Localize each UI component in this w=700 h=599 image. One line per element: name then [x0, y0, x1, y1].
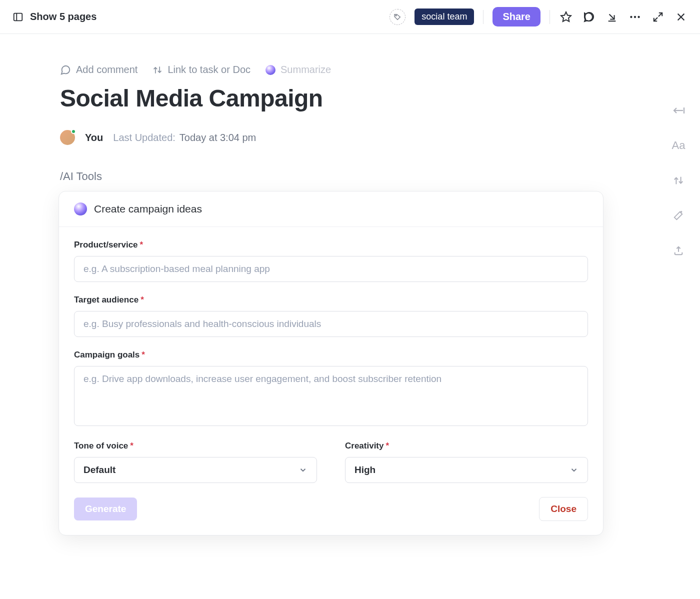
team-badge[interactable]: social team: [414, 8, 474, 25]
close-modal-button[interactable]: Close: [539, 497, 588, 521]
close-button[interactable]: [674, 10, 688, 24]
product-input[interactable]: [74, 256, 588, 282]
comment-icon: [583, 11, 595, 23]
share-button[interactable]: Share: [492, 7, 540, 26]
tone-select[interactable]: Default: [74, 457, 317, 483]
modal-header: Create campaign ideas: [59, 192, 603, 227]
chevron-down-icon: [298, 466, 308, 474]
page-title: Social Media Campaign: [60, 84, 590, 112]
modal-title: Create campaign ideas: [94, 203, 202, 215]
upload-icon[interactable]: [672, 244, 685, 257]
creativity-label-text: Creativity: [345, 441, 384, 451]
goals-label: Campaign goals *: [74, 350, 588, 360]
ellipsis-icon: [628, 10, 642, 24]
svg-point-7: [634, 16, 636, 18]
product-label: Product/service *: [74, 240, 588, 250]
svg-marker-3: [561, 12, 571, 22]
meta-row: You Last Updated: Today at 3:04 pm: [60, 130, 590, 145]
download-button[interactable]: [605, 10, 619, 24]
panel-toggle-icon[interactable]: [12, 11, 24, 23]
ai-modal: Create campaign ideas Product/service * …: [58, 191, 604, 536]
divider: [483, 10, 484, 24]
topbar-left: Show 5 pages: [12, 11, 96, 23]
actions-row: Add comment Link to task or Doc Summariz…: [60, 64, 590, 76]
svg-rect-0: [14, 13, 22, 20]
svg-line-10: [654, 17, 658, 20]
required-star: *: [130, 441, 134, 451]
modal-footer: Generate Close: [59, 497, 603, 535]
favorite-button[interactable]: [559, 10, 573, 24]
required-star: *: [140, 295, 144, 305]
divider: [550, 10, 550, 24]
comment-icon: [60, 64, 71, 76]
typography-icon[interactable]: Aa: [672, 139, 685, 152]
audience-label-text: Target audience: [74, 295, 138, 305]
audience-label: Target audience *: [74, 295, 588, 305]
content: Aa Add comment Link to task or Doc Summa…: [0, 34, 590, 536]
svg-point-6: [630, 16, 632, 18]
ai-orb-icon: [266, 65, 276, 75]
creativity-value: High: [354, 464, 376, 476]
link-task-label: Link to task or Doc: [168, 64, 250, 76]
comments-button[interactable]: [582, 10, 596, 24]
right-rail: Aa: [672, 104, 685, 257]
dedent-icon[interactable]: [672, 104, 685, 117]
audience-input[interactable]: [74, 311, 588, 337]
add-comment-action[interactable]: Add comment: [60, 64, 138, 76]
modal-body: Product/service * Target audience * Camp…: [59, 227, 603, 497]
select-row: Tone of voice * Default Creativity * Hig…: [74, 441, 588, 483]
more-button[interactable]: [628, 10, 642, 24]
link-icon: [152, 65, 162, 75]
topbar: Show 5 pages social team Share: [0, 0, 700, 34]
expand-icon: [652, 12, 664, 22]
add-comment-label: Add comment: [76, 64, 138, 76]
presence-indicator: [71, 129, 76, 134]
creativity-label: Creativity *: [345, 441, 588, 451]
tag-button[interactable]: [390, 9, 406, 25]
close-icon: [676, 12, 686, 22]
svg-line-9: [658, 12, 662, 16]
tone-field: Tone of voice * Default: [74, 441, 317, 483]
tone-value: Default: [84, 464, 116, 476]
updated-label: Last Updated:: [113, 132, 176, 144]
svg-line-4: [610, 14, 614, 19]
product-field: Product/service *: [74, 240, 588, 282]
audience-field: Target audience *: [74, 295, 588, 337]
ai-orb-icon: [74, 202, 87, 216]
svg-point-2: [396, 15, 396, 16]
creativity-select[interactable]: High: [345, 457, 588, 483]
goals-field: Campaign goals *: [74, 350, 588, 428]
summarize-label: Summarize: [280, 64, 331, 76]
expand-button[interactable]: [651, 10, 665, 24]
author-name: You: [85, 132, 103, 144]
tag-icon: [394, 13, 402, 21]
goals-label-text: Campaign goals: [74, 350, 140, 360]
sort-icon[interactable]: [672, 174, 685, 187]
required-star: *: [142, 350, 145, 360]
creativity-field: Creativity * High: [345, 441, 588, 483]
star-icon: [560, 11, 572, 23]
chevron-down-icon: [570, 466, 578, 474]
updated-time: Today at 3:04 pm: [180, 132, 256, 144]
avatar[interactable]: [60, 130, 75, 145]
required-star: *: [386, 441, 389, 451]
link-task-action[interactable]: Link to task or Doc: [152, 64, 250, 76]
slash-command-text: /AI Tools: [60, 170, 590, 183]
summarize-action[interactable]: Summarize: [266, 64, 331, 76]
magic-wand-icon[interactable]: [672, 209, 685, 222]
product-label-text: Product/service: [74, 240, 138, 250]
download-arrow-icon: [606, 12, 618, 22]
topbar-right: social team Share: [390, 7, 688, 26]
generate-button[interactable]: Generate: [74, 498, 137, 520]
tone-label: Tone of voice *: [74, 441, 317, 451]
svg-point-8: [638, 16, 640, 18]
goals-input[interactable]: [74, 366, 588, 426]
required-star: *: [140, 240, 144, 250]
show-pages-button[interactable]: Show 5 pages: [30, 11, 96, 22]
tone-label-text: Tone of voice: [74, 441, 128, 451]
